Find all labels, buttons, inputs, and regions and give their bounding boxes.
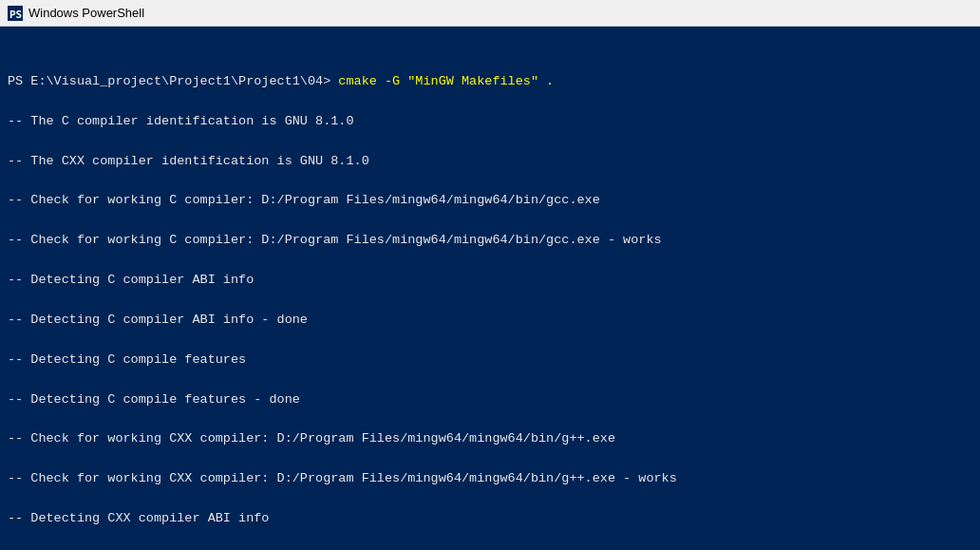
window: PS Windows PowerShell PS E:\Visual_proje… [0,0,980,550]
terminal-line: -- The C compiler identification is GNU … [8,112,972,132]
terminal-line: -- Detecting C compiler ABI info [8,271,972,291]
powershell-icon: PS [8,6,23,21]
terminal-line: -- Check for working CXX compiler: D:/Pr… [8,469,972,489]
window-title: Windows PowerShell [28,6,144,20]
terminal-line: -- Detecting C compile features - done [8,390,972,410]
terminal-line: -- Detecting C compile features [8,351,972,370]
terminal-line: PS E:\Visual_project\Project1\Project1\0… [8,72,972,92]
terminal-line: -- Detecting C compiler ABI info - done [8,311,972,331]
terminal-line: -- Detecting CXX compiler ABI info [8,509,972,529]
svg-text:PS: PS [9,9,22,21]
terminal-output[interactable]: PS E:\Visual_project\Project1\Project1\0… [0,27,980,550]
titlebar: PS Windows PowerShell [0,0,980,27]
terminal-line: -- Check for working CXX compiler: D:/Pr… [8,429,972,449]
terminal-line: -- Check for working C compiler: D:/Prog… [8,191,972,211]
terminal-line: -- Check for working C compiler: D:/Prog… [8,231,972,251]
terminal-line: -- The CXX compiler identification is GN… [8,152,972,172]
